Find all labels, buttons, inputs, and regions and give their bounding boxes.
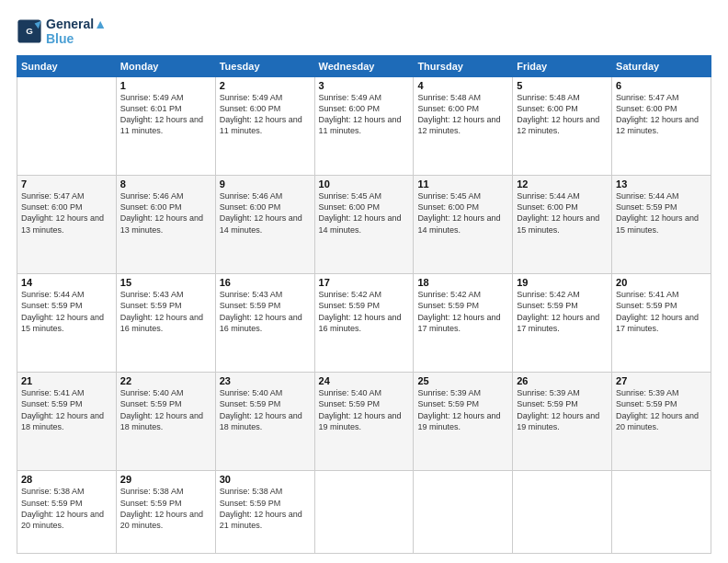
- day-info: Sunrise: 5:46 AMSunset: 6:00 PMDaylight:…: [120, 190, 211, 236]
- day-number: 3: [319, 80, 410, 91]
- calendar-cell: 13Sunrise: 5:44 AMSunset: 5:59 PMDayligh…: [612, 176, 711, 274]
- day-number: 11: [417, 178, 508, 190]
- day-number: 28: [21, 474, 112, 485]
- day-info: Sunrise: 5:41 AMSunset: 5:59 PMDaylight:…: [616, 289, 707, 334]
- calendar-table: SundayMondayTuesdayWednesdayThursdayFrid…: [17, 55, 711, 554]
- day-number: 12: [517, 178, 608, 190]
- calendar-week-4: 21Sunrise: 5:41 AMSunset: 5:59 PMDayligh…: [17, 373, 711, 471]
- calendar-cell: 4Sunrise: 5:48 AMSunset: 6:00 PMDaylight…: [414, 77, 513, 176]
- day-info: Sunrise: 5:45 AMSunset: 6:00 PMDaylight:…: [417, 190, 508, 236]
- calendar-week-2: 7Sunrise: 5:47 AMSunset: 6:00 PMDaylight…: [17, 176, 711, 274]
- day-info: Sunrise: 5:44 AMSunset: 5:59 PMDaylight:…: [616, 190, 707, 236]
- weekday-header-friday: Friday: [513, 56, 612, 77]
- calendar-cell: 18Sunrise: 5:42 AMSunset: 5:59 PMDayligh…: [414, 274, 513, 373]
- calendar-cell: 2Sunrise: 5:49 AMSunset: 6:00 PMDaylight…: [215, 77, 314, 176]
- calendar-cell: 10Sunrise: 5:45 AMSunset: 6:00 PMDayligh…: [314, 176, 414, 274]
- calendar-cell: [17, 77, 117, 176]
- day-number: 27: [616, 375, 707, 386]
- calendar-cell: 22Sunrise: 5:40 AMSunset: 5:59 PMDayligh…: [116, 373, 215, 471]
- calendar-cell: [513, 471, 612, 554]
- day-info: Sunrise: 5:46 AMSunset: 6:00 PMDaylight:…: [220, 190, 311, 236]
- day-number: 25: [417, 375, 508, 386]
- calendar-week-5: 28Sunrise: 5:38 AMSunset: 5:59 PMDayligh…: [17, 471, 711, 554]
- day-info: Sunrise: 5:38 AMSunset: 5:59 PMDaylight:…: [21, 486, 112, 531]
- day-number: 29: [120, 474, 211, 485]
- day-info: Sunrise: 5:42 AMSunset: 5:59 PMDaylight:…: [517, 289, 608, 334]
- day-info: Sunrise: 5:48 AMSunset: 6:00 PMDaylight:…: [517, 92, 608, 137]
- day-info: Sunrise: 5:39 AMSunset: 5:59 PMDaylight:…: [417, 387, 508, 432]
- day-number: 13: [616, 178, 707, 190]
- day-info: Sunrise: 5:44 AMSunset: 5:59 PMDaylight:…: [21, 289, 112, 334]
- day-number: 9: [220, 178, 311, 190]
- day-info: Sunrise: 5:49 AMSunset: 6:00 PMDaylight:…: [319, 92, 410, 137]
- day-number: 22: [120, 375, 211, 386]
- day-info: Sunrise: 5:39 AMSunset: 5:59 PMDaylight:…: [616, 387, 707, 432]
- calendar-cell: 30Sunrise: 5:38 AMSunset: 5:59 PMDayligh…: [215, 471, 314, 554]
- day-info: Sunrise: 5:49 AMSunset: 6:01 PMDaylight:…: [120, 92, 211, 137]
- day-number: 24: [319, 375, 410, 386]
- day-info: Sunrise: 5:41 AMSunset: 5:59 PMDaylight:…: [21, 387, 112, 432]
- weekday-header-monday: Monday: [116, 56, 215, 77]
- day-number: 17: [319, 277, 410, 288]
- weekday-header-wednesday: Wednesday: [314, 56, 414, 77]
- calendar-cell: 23Sunrise: 5:40 AMSunset: 5:59 PMDayligh…: [215, 373, 314, 471]
- day-number: 20: [616, 277, 707, 288]
- weekday-header-thursday: Thursday: [414, 56, 513, 77]
- day-number: 15: [120, 277, 211, 288]
- day-number: 1: [120, 80, 211, 91]
- day-info: Sunrise: 5:43 AMSunset: 5:59 PMDaylight:…: [120, 289, 211, 334]
- calendar-cell: 1Sunrise: 5:49 AMSunset: 6:01 PMDaylight…: [116, 77, 215, 176]
- logo-icon: G: [17, 18, 42, 44]
- day-number: 5: [517, 80, 608, 91]
- calendar-cell: 24Sunrise: 5:40 AMSunset: 5:59 PMDayligh…: [314, 373, 414, 471]
- day-number: 6: [616, 80, 707, 91]
- calendar-cell: 5Sunrise: 5:48 AMSunset: 6:00 PMDaylight…: [513, 77, 612, 176]
- day-number: 7: [21, 178, 112, 190]
- weekday-header-row: SundayMondayTuesdayWednesdayThursdayFrid…: [17, 56, 711, 77]
- day-info: Sunrise: 5:38 AMSunset: 5:59 PMDaylight:…: [220, 486, 311, 531]
- day-number: 18: [417, 277, 508, 288]
- calendar-cell: 12Sunrise: 5:44 AMSunset: 6:00 PMDayligh…: [513, 176, 612, 274]
- calendar-cell: 27Sunrise: 5:39 AMSunset: 5:59 PMDayligh…: [612, 373, 711, 471]
- weekday-header-tuesday: Tuesday: [215, 56, 314, 77]
- calendar-cell: 26Sunrise: 5:39 AMSunset: 5:59 PMDayligh…: [513, 373, 612, 471]
- page: G General▲ Blue SundayMondayTuesdayWedne…: [0, 0, 728, 563]
- day-info: Sunrise: 5:47 AMSunset: 6:00 PMDaylight:…: [21, 190, 112, 236]
- calendar-cell: 6Sunrise: 5:47 AMSunset: 6:00 PMDaylight…: [612, 77, 711, 176]
- day-info: Sunrise: 5:42 AMSunset: 5:59 PMDaylight:…: [417, 289, 508, 334]
- calendar-cell: 21Sunrise: 5:41 AMSunset: 5:59 PMDayligh…: [17, 373, 117, 471]
- weekday-header-sunday: Sunday: [17, 56, 117, 77]
- day-number: 30: [220, 474, 311, 485]
- calendar-week-1: 1Sunrise: 5:49 AMSunset: 6:01 PMDaylight…: [17, 77, 711, 176]
- day-number: 16: [220, 277, 311, 288]
- day-info: Sunrise: 5:47 AMSunset: 6:00 PMDaylight:…: [616, 92, 707, 137]
- calendar-cell: 25Sunrise: 5:39 AMSunset: 5:59 PMDayligh…: [414, 373, 513, 471]
- logo: G General▲ Blue: [17, 17, 107, 46]
- calendar-cell: [314, 471, 414, 554]
- calendar-cell: [414, 471, 513, 554]
- day-number: 23: [220, 375, 311, 386]
- calendar-cell: 16Sunrise: 5:43 AMSunset: 5:59 PMDayligh…: [215, 274, 314, 373]
- day-info: Sunrise: 5:48 AMSunset: 6:00 PMDaylight:…: [417, 92, 508, 137]
- day-number: 19: [517, 277, 608, 288]
- day-number: 26: [517, 375, 608, 386]
- day-number: 2: [220, 80, 311, 91]
- calendar-cell: 19Sunrise: 5:42 AMSunset: 5:59 PMDayligh…: [513, 274, 612, 373]
- calendar-cell: [612, 471, 711, 554]
- day-number: 14: [21, 277, 112, 288]
- day-info: Sunrise: 5:45 AMSunset: 6:00 PMDaylight:…: [319, 190, 410, 236]
- day-info: Sunrise: 5:40 AMSunset: 5:59 PMDaylight:…: [319, 387, 410, 432]
- day-info: Sunrise: 5:42 AMSunset: 5:59 PMDaylight:…: [319, 289, 410, 334]
- day-info: Sunrise: 5:43 AMSunset: 5:59 PMDaylight:…: [220, 289, 311, 334]
- calendar-week-3: 14Sunrise: 5:44 AMSunset: 5:59 PMDayligh…: [17, 274, 711, 373]
- calendar-cell: 11Sunrise: 5:45 AMSunset: 6:00 PMDayligh…: [414, 176, 513, 274]
- calendar-cell: 15Sunrise: 5:43 AMSunset: 5:59 PMDayligh…: [116, 274, 215, 373]
- logo-text: General▲ Blue: [46, 17, 107, 46]
- calendar-cell: 17Sunrise: 5:42 AMSunset: 5:59 PMDayligh…: [314, 274, 414, 373]
- day-info: Sunrise: 5:38 AMSunset: 5:59 PMDaylight:…: [120, 486, 211, 531]
- calendar-cell: 8Sunrise: 5:46 AMSunset: 6:00 PMDaylight…: [116, 176, 215, 274]
- calendar-cell: 29Sunrise: 5:38 AMSunset: 5:59 PMDayligh…: [116, 471, 215, 554]
- day-number: 4: [417, 80, 508, 91]
- day-info: Sunrise: 5:40 AMSunset: 5:59 PMDaylight:…: [120, 387, 211, 432]
- weekday-header-saturday: Saturday: [612, 56, 711, 77]
